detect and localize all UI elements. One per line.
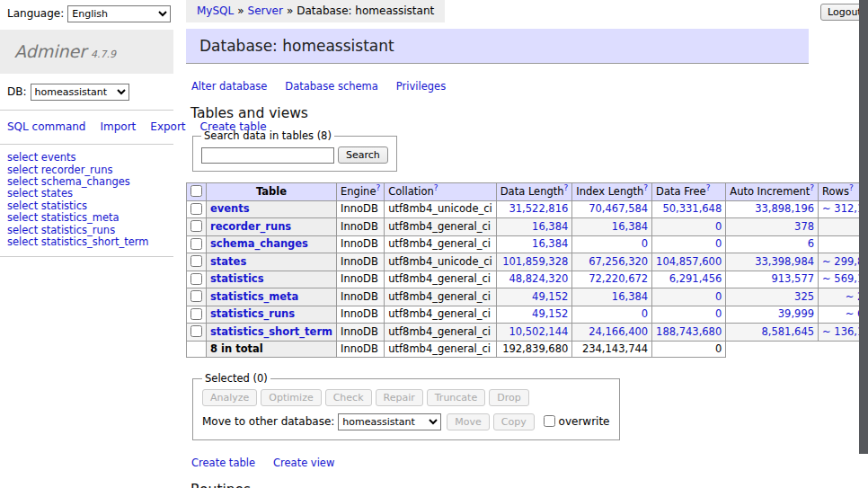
- db-label: DB:: [7, 85, 27, 98]
- row-checkbox[interactable]: [190, 203, 202, 215]
- data-free-link[interactable]: 188,743,680: [656, 325, 722, 338]
- db-select[interactable]: homeassistant: [31, 84, 129, 101]
- repair-button[interactable]: Repair: [376, 389, 423, 406]
- row-checkbox[interactable]: [190, 238, 202, 250]
- index-length-link[interactable]: 16,384: [612, 290, 648, 303]
- optimize-button[interactable]: Optimize: [261, 389, 321, 406]
- row-checkbox[interactable]: [190, 308, 202, 320]
- data-length-link[interactable]: 16,384: [532, 237, 568, 250]
- data-length-link[interactable]: 16,384: [532, 220, 568, 233]
- data-length-link[interactable]: 10,502,144: [509, 325, 568, 338]
- table-name-link[interactable]: statistics_meta: [210, 290, 298, 303]
- analyze-button[interactable]: Analyze: [202, 389, 257, 406]
- index-length-link[interactable]: 16,384: [612, 220, 648, 233]
- auto-increment-link[interactable]: 378: [794, 220, 814, 233]
- table-name-link[interactable]: schema_changes: [210, 237, 308, 250]
- sidebar-select-statistics-short-term[interactable]: select statistics_short_term: [7, 235, 148, 248]
- sidebar-select-statistics-runs[interactable]: select statistics_runs: [7, 224, 115, 236]
- auto-increment-link[interactable]: 913,577: [771, 272, 814, 285]
- table-name-link[interactable]: recorder_runs: [210, 220, 291, 233]
- help-link[interactable]: ?: [376, 183, 380, 192]
- drop-button[interactable]: Drop: [489, 389, 528, 406]
- table-name-link[interactable]: events: [210, 202, 250, 215]
- data-free-link[interactable]: 50,331,648: [662, 202, 722, 215]
- sidebar-select-statistics[interactable]: select statistics: [7, 200, 87, 212]
- row-checkbox[interactable]: [190, 255, 202, 267]
- search-input[interactable]: [201, 147, 334, 164]
- data-free-link[interactable]: 104,857,600: [656, 255, 722, 268]
- search-button[interactable]: Search: [338, 146, 388, 164]
- app-version[interactable]: 4.7.9: [91, 49, 116, 60]
- db-selector-row: DB:homeassistant: [0, 74, 173, 107]
- data-length-link[interactable]: 101,859,328: [502, 255, 568, 268]
- adminer-logo-link[interactable]: Adminer: [14, 41, 86, 61]
- data-free-link[interactable]: 0: [715, 237, 722, 250]
- data-free-link[interactable]: 0: [715, 220, 722, 233]
- help-link[interactable]: ?: [643, 183, 648, 192]
- data-length-link[interactable]: 48,824,320: [509, 272, 568, 285]
- export-link[interactable]: Export: [150, 120, 185, 133]
- row-checkbox[interactable]: [190, 273, 202, 285]
- table-name-link[interactable]: states: [210, 255, 246, 268]
- sidebar-select-schema-changes[interactable]: select schema_changes: [7, 175, 130, 188]
- data-free-link[interactable]: 0: [715, 307, 722, 320]
- data-free-link[interactable]: 0: [715, 290, 722, 303]
- data-length-link[interactable]: 31,522,816: [509, 202, 568, 215]
- index-length-link[interactable]: 70,467,584: [589, 202, 648, 215]
- auto-increment-link[interactable]: 325: [794, 290, 814, 303]
- auto-increment-link[interactable]: 8,581,645: [762, 325, 815, 338]
- routines-heading: Routines: [190, 482, 859, 488]
- check-button[interactable]: Check: [325, 389, 372, 406]
- table-row: schema_changes InnoDB utf8mb4_general_ci…: [187, 235, 868, 253]
- truncate-button[interactable]: Truncate: [427, 389, 485, 406]
- sidebar-select-recorder-runs[interactable]: select recorder_runs: [7, 164, 112, 176]
- sidebar-select-states[interactable]: select states: [7, 187, 73, 200]
- privileges-link[interactable]: Privileges: [396, 80, 446, 93]
- sql-command-link[interactable]: SQL command: [7, 120, 85, 133]
- data-length-link[interactable]: 49,152: [532, 290, 568, 303]
- help-link[interactable]: ?: [810, 183, 814, 192]
- help-link[interactable]: ?: [564, 183, 569, 192]
- auto-increment-link[interactable]: 33,398,984: [755, 255, 814, 268]
- index-length-link[interactable]: 0: [642, 237, 648, 250]
- total-data-free: 0: [652, 341, 726, 358]
- row-checkbox[interactable]: [190, 290, 202, 302]
- index-length-link[interactable]: 0: [642, 307, 648, 320]
- scrollbar-thumb[interactable]: [859, 0, 868, 454]
- sidebar-select-events[interactable]: select events: [7, 151, 76, 164]
- auto-increment-link[interactable]: 6: [808, 237, 814, 250]
- sidebar-select-statistics-meta[interactable]: select statistics_meta: [7, 211, 120, 224]
- select-all-checkbox[interactable]: [190, 185, 202, 197]
- overwrite-checkbox[interactable]: [544, 415, 555, 427]
- table-name-link[interactable]: statistics: [210, 272, 264, 285]
- window-scrollbar[interactable]: [859, 0, 868, 488]
- index-length-link[interactable]: 67,256,320: [589, 255, 648, 268]
- database-schema-link[interactable]: Database schema: [285, 80, 377, 93]
- row-checkbox[interactable]: [190, 220, 202, 232]
- create-view-link[interactable]: Create view: [273, 457, 334, 469]
- import-link[interactable]: Import: [100, 120, 136, 133]
- breadcrumb-mysql-link[interactable]: MySQL: [197, 4, 234, 17]
- move-button[interactable]: Move: [447, 413, 490, 430]
- alter-database-link[interactable]: Alter database: [191, 80, 267, 93]
- index-length-link[interactable]: 24,166,400: [589, 325, 648, 338]
- create-table-link[interactable]: Create table: [191, 457, 255, 469]
- table-total-row: 8 in total InnoDB utf8mb4_general_ci 192…: [187, 341, 868, 358]
- table-name-link[interactable]: statistics_runs: [210, 307, 295, 320]
- table-name-link[interactable]: statistics_short_term: [210, 325, 332, 338]
- auto-increment-link[interactable]: 39,999: [778, 307, 814, 320]
- help-link[interactable]: ?: [434, 183, 438, 192]
- data-length-link[interactable]: 49,152: [532, 307, 568, 320]
- engine-cell: InnoDB: [337, 324, 385, 342]
- auto-increment-link[interactable]: 33,898,196: [755, 202, 814, 215]
- help-link[interactable]: ?: [849, 183, 854, 192]
- language-select[interactable]: English: [67, 5, 171, 22]
- breadcrumb-server-link[interactable]: Server: [248, 4, 283, 17]
- copy-button[interactable]: Copy: [493, 413, 535, 430]
- breadcrumb-separator: »: [287, 4, 293, 17]
- row-checkbox[interactable]: [190, 325, 202, 337]
- data-free-link[interactable]: 6,291,456: [669, 272, 722, 285]
- index-length-link[interactable]: 72,220,672: [589, 272, 648, 285]
- help-link[interactable]: ?: [706, 183, 711, 192]
- move-database-select[interactable]: homeassistant: [338, 413, 441, 430]
